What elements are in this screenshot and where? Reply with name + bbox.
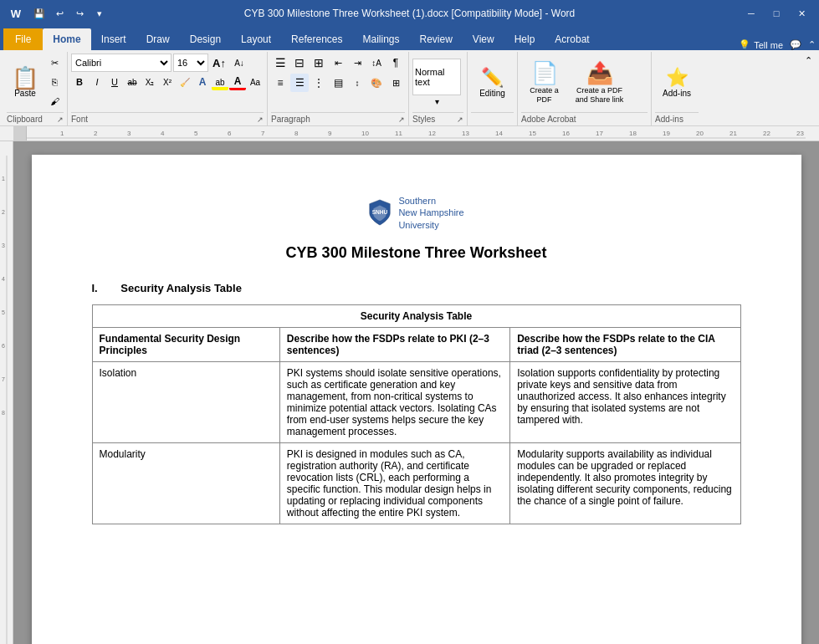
text-highlight-btn[interactable]: ab — [212, 74, 228, 90]
svg-text:7: 7 — [2, 376, 5, 382]
document-title-text: CYB 300 Milestone Three Worksheet — [92, 244, 741, 262]
increase-indent-btn[interactable]: ⇥ — [348, 54, 366, 72]
ribbon-collapse-btn[interactable]: ⌃ — [808, 39, 816, 50]
editing-btn[interactable]: ✏️ Editing — [471, 54, 514, 112]
multilevel-btn[interactable]: ⊞ — [310, 54, 328, 72]
undo-qa-btn[interactable]: ↩ — [50, 4, 69, 23]
clipboard-group: 📋 Paste ✂ ⎘ 🖌 Clipboard ↗ — [3, 52, 68, 125]
font-expander[interactable]: ↗ — [257, 115, 264, 124]
tab-file[interactable]: File — [3, 28, 43, 50]
borders-btn[interactable]: ⊞ — [386, 74, 405, 92]
snhu-shield: SNHU — [368, 199, 392, 226]
svg-text:12: 12 — [428, 130, 436, 137]
university-name: Southern New Hampshire University — [398, 195, 463, 231]
svg-text:9: 9 — [328, 130, 332, 137]
tab-layout[interactable]: Layout — [231, 28, 281, 50]
lightbulb-btn[interactable]: 💡 Tell me — [739, 39, 783, 50]
vertical-ruler: 1 2 3 4 5 6 7 8 — [0, 141, 13, 644]
font-group: Calibri 16 A↑ A↓ B I U ab X₂ X² 🧹 A ab A… — [68, 52, 268, 125]
bold-btn[interactable]: B — [71, 74, 88, 90]
tab-insert[interactable]: Insert — [91, 28, 136, 50]
pdf-share-icon: 📤 — [586, 60, 613, 86]
tab-draw[interactable]: Draw — [136, 28, 180, 50]
underline-btn[interactable]: U — [106, 74, 123, 90]
clear-format-btn[interactable]: 🧹 — [177, 74, 193, 90]
customize-qa-btn[interactable]: ▾ — [90, 4, 109, 23]
save-qa-btn[interactable]: 💾 — [30, 4, 49, 23]
numbering-btn[interactable]: ⊟ — [290, 54, 309, 72]
styles-expander[interactable]: ↗ — [457, 115, 463, 124]
svg-text:11: 11 — [395, 130, 402, 137]
bullets-btn[interactable]: ☰ — [271, 54, 289, 72]
tab-design[interactable]: Design — [180, 28, 231, 50]
styles-label: Styles ↗ — [412, 112, 463, 124]
table-header-row: Security Analysis Table — [92, 304, 740, 327]
editing-icon: ✏️ — [481, 67, 504, 89]
superscript-btn[interactable]: X² — [159, 74, 176, 90]
cia-modularity: Modularity supports availability as indi… — [510, 442, 740, 524]
font-size-select[interactable]: 16 — [173, 54, 208, 72]
paragraph-expander[interactable]: ↗ — [398, 115, 405, 124]
svg-text:16: 16 — [562, 130, 570, 137]
document-scroll[interactable]: SNHU Southern New Hampshire University C… — [13, 141, 819, 644]
table-row: Isolation PKI systems should isolate sen… — [92, 361, 740, 442]
horizontal-ruler: 1 2 3 4 5 6 7 8 9 10 11 12 13 14 15 16 1… — [0, 126, 819, 141]
align-center-btn[interactable]: ☰ — [290, 74, 309, 92]
tab-mailings[interactable]: Mailings — [352, 28, 409, 50]
tab-references[interactable]: References — [281, 28, 352, 50]
subscript-btn[interactable]: X₂ — [141, 74, 158, 90]
svg-text:5: 5 — [2, 309, 5, 315]
format-painter-btn[interactable]: 🖌 — [45, 92, 64, 110]
svg-text:18: 18 — [629, 130, 637, 137]
redo-qa-btn[interactable]: ↪ — [70, 4, 89, 23]
svg-text:4: 4 — [2, 276, 5, 282]
sort-btn[interactable]: ↕A — [367, 54, 386, 72]
shading-btn[interactable]: 🎨 — [367, 74, 386, 92]
close-btn[interactable]: ✕ — [791, 5, 812, 22]
styles-group: Normal text ▾ Styles ↗ — [409, 52, 468, 125]
comments-btn[interactable]: 💬 — [790, 39, 801, 50]
font-color-btn[interactable]: A — [229, 74, 246, 90]
change-case-btn[interactable]: Aa — [247, 74, 264, 90]
tab-help[interactable]: Help — [504, 28, 545, 50]
create-share-pdf-btn[interactable]: 📤 Create a PDF and Share link — [572, 60, 627, 105]
align-left-btn[interactable]: ≡ — [271, 74, 289, 92]
align-right-btn[interactable]: ⋮ — [310, 74, 328, 92]
strikethrough-btn[interactable]: ab — [124, 74, 141, 90]
addins-group: ⭐ Add-ins Add-ins — [652, 52, 702, 125]
svg-text:19: 19 — [663, 130, 670, 137]
collapse-ribbon-btn[interactable]: ⌃ — [801, 52, 816, 125]
svg-text:3: 3 — [2, 243, 5, 248]
tab-acrobat[interactable]: Acrobat — [545, 28, 599, 50]
word-icon: W — [7, 4, 25, 23]
addins-btn[interactable]: ⭐ Add-ins — [655, 54, 699, 112]
styles-btn[interactable]: Normal text ▾ — [412, 59, 461, 106]
paste-btn[interactable]: 📋 Paste — [7, 65, 44, 100]
svg-text:2: 2 — [94, 130, 98, 137]
tab-view[interactable]: View — [463, 28, 504, 50]
svg-text:15: 15 — [529, 130, 536, 137]
svg-text:20: 20 — [696, 130, 704, 137]
decrease-indent-btn[interactable]: ⇤ — [329, 54, 347, 72]
font-face-select[interactable]: Calibri — [71, 54, 171, 72]
clipboard-expander[interactable]: ↗ — [57, 115, 64, 124]
create-pdf-btn[interactable]: 📄 Create a PDF — [521, 60, 567, 105]
tab-home[interactable]: Home — [43, 28, 90, 50]
italic-btn[interactable]: I — [89, 74, 105, 90]
pdf-icon: 📄 — [531, 60, 558, 86]
tab-review[interactable]: Review — [410, 28, 463, 50]
line-spacing-btn[interactable]: ↕ — [348, 74, 366, 92]
minimize-btn[interactable]: ─ — [740, 5, 762, 22]
show-formatting-btn[interactable]: ¶ — [386, 54, 405, 72]
cut-btn[interactable]: ✂ — [45, 54, 64, 72]
justify-btn[interactable]: ▤ — [329, 74, 347, 92]
text-effects-btn[interactable]: A — [194, 74, 211, 90]
restore-btn[interactable]: □ — [765, 5, 787, 22]
grow-font-btn[interactable]: A↑ — [210, 54, 228, 72]
svg-text:1: 1 — [2, 176, 5, 181]
copy-btn[interactable]: ⎘ — [45, 73, 64, 91]
acrobat-group: 📄 Create a PDF 📤 Create a PDF and Share … — [518, 52, 652, 125]
svg-text:8: 8 — [2, 410, 5, 416]
paragraph-group: ☰ ⊟ ⊞ ⇤ ⇥ ↕A ¶ ≡ ☰ ⋮ ▤ ↕ 🎨 ⊞ Paragraph ↗ — [268, 52, 409, 125]
shrink-font-btn[interactable]: A↓ — [230, 54, 248, 72]
